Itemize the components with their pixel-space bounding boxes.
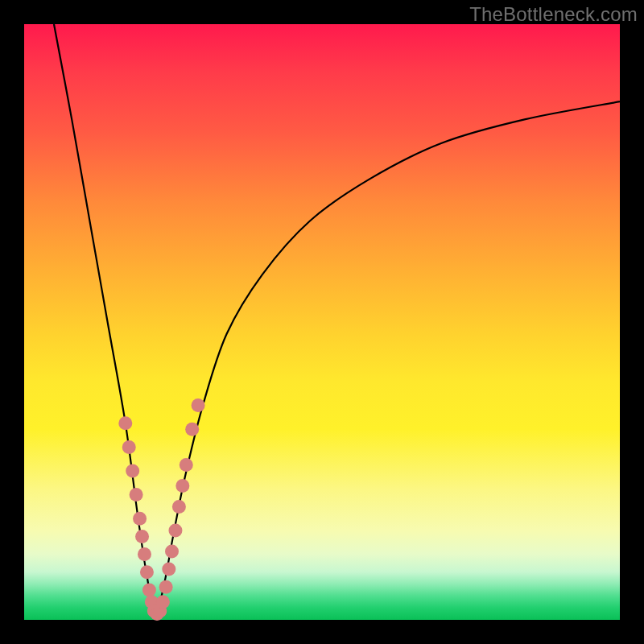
marker-point — [118, 416, 132, 430]
marker-point — [156, 595, 170, 609]
watermark-text: TheBottleneck.com — [469, 3, 638, 26]
marker-point — [135, 530, 149, 543]
plot-area — [24, 24, 620, 620]
marker-point — [185, 423, 199, 436]
marker-point — [142, 584, 156, 597]
marker-point — [159, 580, 173, 594]
marker-point — [162, 563, 175, 576]
marker-point — [180, 458, 193, 472]
marker-point — [192, 398, 205, 412]
marker-point — [172, 500, 186, 514]
marker-point — [165, 544, 179, 558]
curve-layer — [24, 24, 620, 620]
marker-point — [133, 512, 147, 526]
marker-point — [130, 488, 143, 502]
marker-point — [122, 440, 136, 454]
bottleneck-curve — [54, 24, 620, 614]
marker-point — [138, 547, 151, 561]
marker-point — [168, 524, 182, 538]
marker-point — [126, 464, 139, 478]
highlight-markers — [118, 398, 204, 621]
marker-point — [140, 565, 154, 579]
chart-frame: TheBottleneck.com — [0, 0, 644, 644]
marker-point — [175, 479, 189, 493]
